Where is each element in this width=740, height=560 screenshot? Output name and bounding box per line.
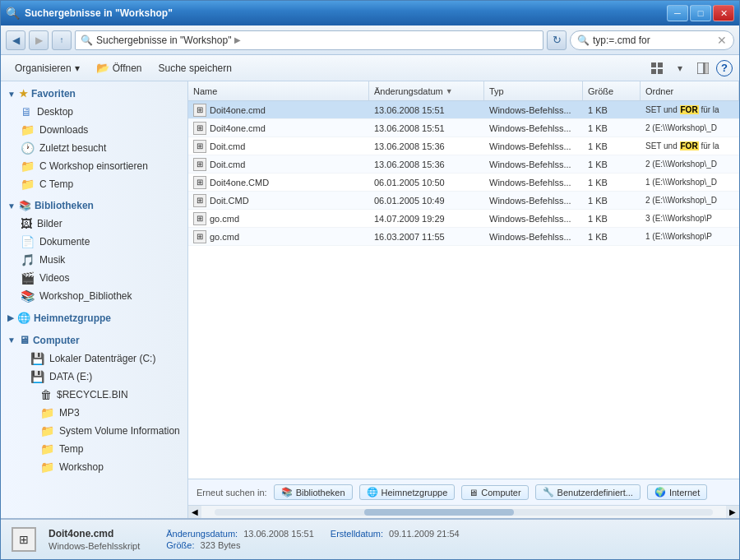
col-type-header[interactable]: Typ	[484, 81, 583, 100]
cmd-file-icon	[193, 140, 206, 153]
favorites-section: ▼ ★ Favoriten 🖥 Desktop 📁 Downloads 🕐 Zu…	[1, 85, 187, 193]
horizontal-scrollbar[interactable]: ◀ ▶	[188, 505, 739, 518]
title-controls: ─ □ ✕	[667, 5, 734, 21]
organize-dropdown-icon: ▾	[75, 62, 80, 74]
sidebar-item-drive-c[interactable]: 💾 Lokaler Datenträger (C:)	[1, 349, 187, 368]
table-row[interactable]: go.cmd 16.03.2007 11:55 Windows-Befehlss…	[188, 228, 739, 246]
breadcrumb-bar[interactable]: 🔍 Suchergebnisse in "Workshop" ▶	[75, 30, 543, 50]
sidebar-item-videos[interactable]: 🎬 Videos	[1, 269, 187, 287]
close-button[interactable]: ✕	[713, 5, 734, 21]
main-window: 🔍 Suchergebnisse in "Workshop" ─ □ ✕ ◀ ▶…	[0, 0, 740, 560]
window-title: Suchergebnisse in "Workshop"	[25, 7, 173, 19]
open-button[interactable]: 📂 Öffnen	[89, 58, 150, 79]
sidebar-item-recycle[interactable]: 🗑 $RECYCLE.BIN	[1, 386, 187, 404]
table-row[interactable]: Doit4one.cmd 13.06.2008 15:51 Windows-Be…	[188, 119, 739, 137]
minimize-button[interactable]: ─	[667, 5, 688, 21]
status-file-icon-inner: ⊞	[12, 527, 36, 552]
preview-pane-button[interactable]	[693, 58, 713, 78]
table-row[interactable]: Doit.CMD 06.01.2005 10:49 Windows-Befehl…	[188, 192, 739, 210]
sidebar-item-sysvolinfo[interactable]: 📁 System Volume Information	[1, 422, 187, 440]
h-scroll-left-button[interactable]: ◀	[188, 506, 201, 519]
c-workshop-label: C Workshop einsortieren	[39, 160, 148, 172]
status-details: Änderungsdatum: 13.06.2008 15:51 Größe: …	[166, 529, 459, 550]
forward-button[interactable]: ▶	[29, 30, 49, 50]
sidebar-item-workshop[interactable]: 📁 Workshop	[1, 458, 187, 476]
search-icon: 🔍	[577, 35, 590, 46]
search-input[interactable]	[593, 35, 714, 46]
h-scroll-thumb[interactable]	[364, 509, 514, 516]
network-label: Heimnetzgruppe	[34, 312, 111, 324]
search-libraries-button[interactable]: 📚 Bibliotheken	[274, 484, 353, 500]
organize-button[interactable]: Organisieren ▾	[7, 58, 87, 79]
table-row[interactable]: Doit.cmd 13.06.2008 15:36 Windows-Befehl…	[188, 155, 739, 174]
search-computer-button[interactable]: 🖥 Computer	[461, 485, 528, 500]
help-button[interactable]: ?	[716, 60, 733, 76]
title-bar: 🔍 Suchergebnisse in "Workshop" ─ □ ✕	[1, 1, 739, 25]
libraries-header[interactable]: ▼ 📚 Bibliotheken	[1, 197, 187, 215]
file-size-cell: 1 KB	[583, 119, 641, 137]
table-row[interactable]: Doit4one.CMD 06.01.2005 10:50 Windows-Be…	[188, 174, 739, 192]
organize-label: Organisieren	[15, 62, 72, 74]
search-again-section: Erneut suchen in: 📚 Bibliotheken 🌐 Heimn…	[188, 479, 739, 505]
file-size-cell: 1 KB	[583, 192, 641, 209]
sidebar-item-c-workshop[interactable]: 📁 C Workshop einsortieren	[1, 157, 187, 175]
search-network-button[interactable]: 🌐 Heimnetzgruppe	[359, 484, 456, 500]
favorites-label: Favoriten	[31, 88, 76, 100]
sidebar-item-downloads[interactable]: 📁 Downloads	[1, 121, 187, 139]
up-button[interactable]: ↑	[52, 30, 72, 50]
downloads-label: Downloads	[39, 124, 88, 136]
file-name-cell: Doit4one.cmd	[188, 119, 369, 137]
computer-header[interactable]: ▼ 🖥 Computer	[1, 331, 187, 349]
sidebar-item-desktop[interactable]: 🖥 Desktop	[1, 103, 187, 121]
col-name-header[interactable]: Name	[188, 81, 369, 100]
libraries-label: Bibliotheken	[35, 200, 94, 211]
view-dropdown-button[interactable]: ▾	[670, 58, 690, 78]
sidebar-item-drive-e[interactable]: 💾 DATA (E:)	[1, 368, 187, 386]
cmd-file-icon	[193, 194, 206, 207]
file-folder-cell: 2 (E:\\Workshop\_D	[641, 155, 739, 173]
save-search-button[interactable]: Suche speichern	[151, 58, 239, 79]
maximize-button[interactable]: □	[690, 5, 711, 21]
sidebar-item-c-temp[interactable]: 📁 C Temp	[1, 175, 187, 193]
network-loc-icon: 🌐	[367, 487, 378, 498]
col-date-header[interactable]: Änderungsdatum ▼	[369, 81, 484, 100]
save-search-label: Suche speichern	[159, 62, 232, 74]
c-temp-label: C Temp	[39, 178, 73, 190]
h-scroll-right-button[interactable]: ▶	[726, 506, 739, 519]
table-row[interactable]: Doit4one.cmd 13.06.2008 15:51 Windows-Be…	[188, 101, 739, 119]
back-button[interactable]: ◀	[6, 30, 25, 50]
file-name-cell: Doit.cmd	[188, 137, 369, 155]
file-size-cell: 1 KB	[583, 210, 641, 227]
sidebar-item-musik[interactable]: 🎵 Musik	[1, 251, 187, 269]
sidebar-item-mp3[interactable]: 📁 MP3	[1, 404, 187, 422]
favorites-header[interactable]: ▼ ★ Favoriten	[1, 85, 187, 103]
file-folder-cell: SET und FOR für la	[641, 101, 739, 118]
internet-loc-icon: 🌍	[654, 487, 666, 498]
computer-loc-label: Computer	[481, 488, 520, 498]
sidebar-item-bilder[interactable]: 🖼 Bilder	[1, 215, 187, 233]
sidebar-item-dokumente[interactable]: 📄 Dokumente	[1, 233, 187, 251]
col-size-header[interactable]: Größe	[583, 81, 641, 100]
table-row[interactable]: go.cmd 14.07.2009 19:29 Windows-Befehlss…	[188, 210, 739, 228]
refresh-button[interactable]: ↻	[547, 30, 567, 50]
table-row[interactable]: Doit.cmd 13.06.2008 15:36 Windows-Befehl…	[188, 137, 739, 155]
col-folder-header[interactable]: Ordner	[641, 81, 739, 100]
search-custom-button[interactable]: 🔧 Benutzerdefiniert...	[535, 484, 641, 500]
dokumente-icon: 📄	[21, 235, 35, 248]
file-folder-cell: 2 (E:\\Workshop\_D	[641, 192, 739, 209]
sidebar-item-recent[interactable]: 🕐 Zuletzt besucht	[1, 139, 187, 157]
search-box[interactable]: 🔍 ✕	[570, 30, 734, 50]
file-type-cell: Windows-Befehlss...	[484, 137, 583, 155]
sidebar-item-workshop-bib[interactable]: 📚 Workshop_Bibliothek	[1, 287, 187, 305]
network-header[interactable]: ▶ 🌐 Heimnetzgruppe	[1, 308, 187, 327]
sidebar-item-temp[interactable]: 📁 Temp	[1, 440, 187, 458]
videos-label: Videos	[39, 272, 69, 284]
file-name-cell: Doit4one.CMD	[188, 174, 369, 191]
search-clear-icon[interactable]: ✕	[717, 35, 727, 46]
file-type-cell: Windows-Befehlss...	[484, 174, 583, 191]
search-internet-button[interactable]: 🌍 Internet	[647, 484, 707, 500]
recent-label: Zuletzt besucht	[39, 142, 106, 154]
view-options-button[interactable]	[647, 58, 667, 78]
cmd-file-icon	[193, 176, 206, 189]
mp3-label: MP3	[59, 407, 80, 419]
